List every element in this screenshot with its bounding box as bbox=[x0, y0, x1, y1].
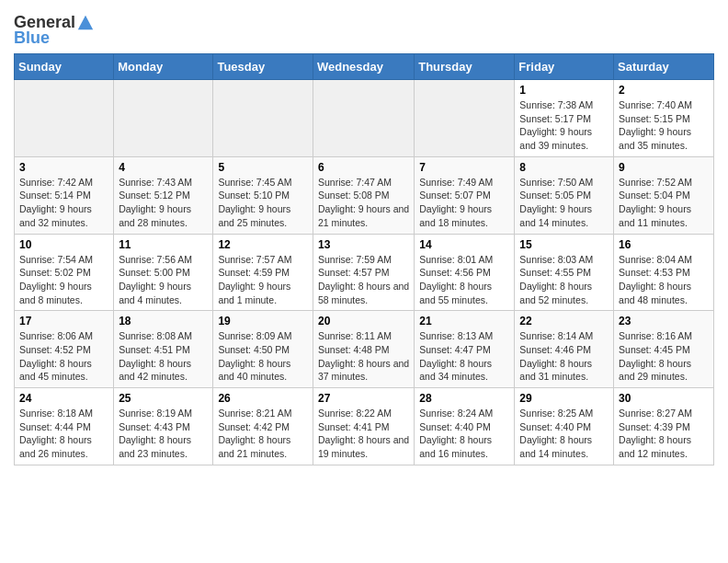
day-detail: Sunrise: 8:11 AM Sunset: 4:48 PM Dayligh… bbox=[318, 330, 409, 382]
day-detail: Sunrise: 7:40 AM Sunset: 5:15 PM Dayligh… bbox=[619, 99, 692, 151]
calendar-cell bbox=[15, 80, 114, 157]
calendar-cell bbox=[313, 80, 414, 157]
calendar-cell: 22Sunrise: 8:14 AM Sunset: 4:46 PM Dayli… bbox=[515, 311, 614, 388]
calendar-cell: 1Sunrise: 7:38 AM Sunset: 5:17 PM Daylig… bbox=[515, 80, 614, 157]
day-detail: Sunrise: 8:06 AM Sunset: 4:52 PM Dayligh… bbox=[19, 330, 93, 382]
calendar-cell: 30Sunrise: 8:27 AM Sunset: 4:39 PM Dayli… bbox=[614, 388, 714, 465]
calendar-cell: 25Sunrise: 8:19 AM Sunset: 4:43 PM Dayli… bbox=[114, 388, 213, 465]
calendar-cell: 2Sunrise: 7:40 AM Sunset: 5:15 PM Daylig… bbox=[614, 80, 714, 157]
calendar-cell: 5Sunrise: 7:45 AM Sunset: 5:10 PM Daylig… bbox=[213, 156, 313, 234]
day-number: 1 bbox=[519, 84, 609, 97]
calendar-cell: 23Sunrise: 8:16 AM Sunset: 4:45 PM Dayli… bbox=[614, 311, 714, 388]
calendar-table: SundayMondayTuesdayWednesdayThursdayFrid… bbox=[14, 53, 714, 465]
day-detail: Sunrise: 7:54 AM Sunset: 5:02 PM Dayligh… bbox=[19, 254, 93, 305]
calendar-cell: 19Sunrise: 8:09 AM Sunset: 4:50 PM Dayli… bbox=[213, 311, 313, 388]
day-number: 26 bbox=[218, 392, 308, 405]
calendar-cell: 20Sunrise: 8:11 AM Sunset: 4:48 PM Dayli… bbox=[313, 311, 414, 388]
calendar-cell bbox=[213, 80, 313, 157]
day-number: 19 bbox=[218, 315, 308, 327]
calendar-cell bbox=[114, 80, 213, 157]
day-number: 6 bbox=[318, 161, 409, 174]
day-number: 8 bbox=[519, 161, 609, 174]
calendar-cell bbox=[415, 80, 515, 157]
day-detail: Sunrise: 8:27 AM Sunset: 4:39 PM Dayligh… bbox=[619, 408, 692, 459]
day-detail: Sunrise: 8:14 AM Sunset: 4:46 PM Dayligh… bbox=[519, 330, 593, 382]
day-detail: Sunrise: 8:21 AM Sunset: 4:42 PM Dayligh… bbox=[218, 408, 291, 459]
day-detail: Sunrise: 8:13 AM Sunset: 4:47 PM Dayligh… bbox=[419, 330, 493, 382]
calendar-cell: 11Sunrise: 7:56 AM Sunset: 5:00 PM Dayli… bbox=[114, 234, 213, 311]
week-row-2: 3Sunrise: 7:42 AM Sunset: 5:14 PM Daylig… bbox=[15, 156, 714, 234]
day-detail: Sunrise: 7:52 AM Sunset: 5:04 PM Dayligh… bbox=[619, 177, 692, 228]
day-number: 28 bbox=[419, 392, 509, 405]
calendar-cell: 14Sunrise: 8:01 AM Sunset: 4:56 PM Dayli… bbox=[415, 234, 515, 311]
calendar-cell: 28Sunrise: 8:24 AM Sunset: 4:40 PM Dayli… bbox=[415, 388, 515, 465]
day-number: 10 bbox=[19, 238, 108, 251]
day-number: 16 bbox=[619, 238, 709, 251]
day-detail: Sunrise: 7:42 AM Sunset: 5:14 PM Dayligh… bbox=[19, 177, 93, 228]
calendar-cell: 9Sunrise: 7:52 AM Sunset: 5:04 PM Daylig… bbox=[614, 156, 714, 234]
day-detail: Sunrise: 7:45 AM Sunset: 5:10 PM Dayligh… bbox=[218, 177, 291, 228]
day-detail: Sunrise: 7:57 AM Sunset: 4:59 PM Dayligh… bbox=[218, 254, 291, 305]
day-detail: Sunrise: 7:59 AM Sunset: 4:57 PM Dayligh… bbox=[318, 254, 409, 305]
calendar-cell: 21Sunrise: 8:13 AM Sunset: 4:47 PM Dayli… bbox=[415, 311, 515, 388]
calendar-cell: 16Sunrise: 8:04 AM Sunset: 4:53 PM Dayli… bbox=[614, 234, 714, 311]
day-detail: Sunrise: 8:04 AM Sunset: 4:53 PM Dayligh… bbox=[619, 254, 692, 305]
day-number: 29 bbox=[519, 392, 609, 405]
day-detail: Sunrise: 7:38 AM Sunset: 5:17 PM Dayligh… bbox=[519, 99, 593, 151]
day-number: 20 bbox=[318, 315, 409, 327]
week-row-5: 24Sunrise: 8:18 AM Sunset: 4:44 PM Dayli… bbox=[15, 388, 714, 465]
day-detail: Sunrise: 7:47 AM Sunset: 5:08 PM Dayligh… bbox=[318, 177, 409, 228]
day-detail: Sunrise: 8:24 AM Sunset: 4:40 PM Dayligh… bbox=[419, 408, 493, 459]
day-detail: Sunrise: 8:03 AM Sunset: 4:55 PM Dayligh… bbox=[519, 254, 593, 305]
page-header: General Blue bbox=[14, 9, 714, 48]
calendar-cell: 18Sunrise: 8:08 AM Sunset: 4:51 PM Dayli… bbox=[114, 311, 213, 388]
calendar-cell: 13Sunrise: 7:59 AM Sunset: 4:57 PM Dayli… bbox=[313, 234, 414, 311]
week-row-4: 17Sunrise: 8:06 AM Sunset: 4:52 PM Dayli… bbox=[15, 311, 714, 388]
day-detail: Sunrise: 7:49 AM Sunset: 5:07 PM Dayligh… bbox=[419, 177, 493, 228]
calendar-cell: 29Sunrise: 8:25 AM Sunset: 4:40 PM Dayli… bbox=[515, 388, 614, 465]
svg-marker-0 bbox=[78, 15, 93, 29]
logo-blue: Blue bbox=[14, 29, 50, 48]
col-header-friday: Friday bbox=[515, 54, 614, 80]
calendar-cell: 10Sunrise: 7:54 AM Sunset: 5:02 PM Dayli… bbox=[15, 234, 114, 311]
day-number: 12 bbox=[218, 238, 308, 251]
calendar-cell: 24Sunrise: 8:18 AM Sunset: 4:44 PM Dayli… bbox=[15, 388, 114, 465]
week-row-3: 10Sunrise: 7:54 AM Sunset: 5:02 PM Dayli… bbox=[15, 234, 714, 311]
calendar-cell: 15Sunrise: 8:03 AM Sunset: 4:55 PM Dayli… bbox=[515, 234, 614, 311]
day-number: 30 bbox=[619, 392, 709, 405]
day-number: 15 bbox=[519, 238, 609, 251]
day-number: 22 bbox=[519, 315, 609, 327]
day-detail: Sunrise: 8:18 AM Sunset: 4:44 PM Dayligh… bbox=[19, 408, 93, 459]
day-number: 27 bbox=[318, 392, 409, 405]
calendar-cell: 7Sunrise: 7:49 AM Sunset: 5:07 PM Daylig… bbox=[415, 156, 515, 234]
calendar-cell: 8Sunrise: 7:50 AM Sunset: 5:05 PM Daylig… bbox=[515, 156, 614, 234]
calendar-cell: 6Sunrise: 7:47 AM Sunset: 5:08 PM Daylig… bbox=[313, 156, 414, 234]
day-detail: Sunrise: 7:43 AM Sunset: 5:12 PM Dayligh… bbox=[119, 177, 192, 228]
day-detail: Sunrise: 7:56 AM Sunset: 5:00 PM Dayligh… bbox=[119, 254, 192, 305]
day-detail: Sunrise: 8:22 AM Sunset: 4:41 PM Dayligh… bbox=[318, 408, 409, 459]
day-number: 17 bbox=[19, 315, 108, 327]
week-row-1: 1Sunrise: 7:38 AM Sunset: 5:17 PM Daylig… bbox=[15, 80, 714, 157]
day-detail: Sunrise: 8:16 AM Sunset: 4:45 PM Dayligh… bbox=[619, 330, 692, 382]
day-number: 9 bbox=[619, 161, 709, 174]
day-number: 2 bbox=[619, 84, 709, 97]
day-detail: Sunrise: 8:01 AM Sunset: 4:56 PM Dayligh… bbox=[419, 254, 493, 305]
col-header-thursday: Thursday bbox=[415, 54, 515, 80]
col-header-wednesday: Wednesday bbox=[313, 54, 414, 80]
day-number: 25 bbox=[119, 392, 208, 405]
calendar-cell: 17Sunrise: 8:06 AM Sunset: 4:52 PM Dayli… bbox=[15, 311, 114, 388]
col-header-sunday: Sunday bbox=[15, 54, 114, 80]
day-number: 11 bbox=[119, 238, 208, 251]
day-detail: Sunrise: 7:50 AM Sunset: 5:05 PM Dayligh… bbox=[519, 177, 593, 228]
logo-icon bbox=[77, 15, 94, 31]
col-header-monday: Monday bbox=[114, 54, 213, 80]
calendar-cell: 4Sunrise: 7:43 AM Sunset: 5:12 PM Daylig… bbox=[114, 156, 213, 234]
day-number: 4 bbox=[119, 161, 208, 174]
calendar-cell: 3Sunrise: 7:42 AM Sunset: 5:14 PM Daylig… bbox=[15, 156, 114, 234]
calendar-cell: 27Sunrise: 8:22 AM Sunset: 4:41 PM Dayli… bbox=[313, 388, 414, 465]
day-number: 21 bbox=[419, 315, 509, 327]
day-detail: Sunrise: 8:19 AM Sunset: 4:43 PM Dayligh… bbox=[119, 408, 192, 459]
day-detail: Sunrise: 8:25 AM Sunset: 4:40 PM Dayligh… bbox=[519, 408, 593, 459]
day-detail: Sunrise: 8:09 AM Sunset: 4:50 PM Dayligh… bbox=[218, 330, 291, 382]
day-number: 14 bbox=[419, 238, 509, 251]
